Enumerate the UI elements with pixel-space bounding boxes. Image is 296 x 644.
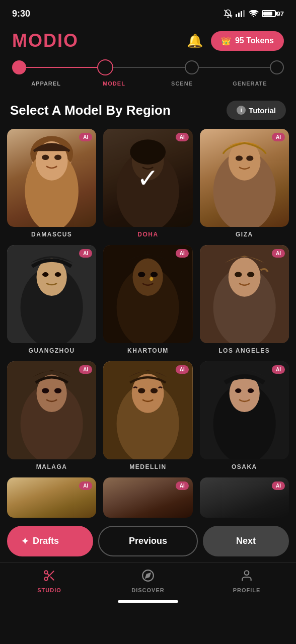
step-dot-model: [97, 59, 113, 75]
step-label-model: MODEL: [80, 80, 148, 87]
svg-point-39: [235, 272, 242, 277]
step-dot-scene: [185, 60, 199, 74]
ai-badge-malaga: AI: [79, 365, 92, 374]
status-bar: 9:30 97: [0, 0, 296, 25]
model-image-damascus[interactable]: AI: [7, 129, 96, 227]
model-image-giza[interactable]: AI: [200, 129, 289, 227]
tab-studio[interactable]: STUDIO: [0, 569, 99, 593]
model-name-losangeles: LOS ANGELES: [218, 347, 270, 354]
ai-badge-osaka: AI: [272, 365, 285, 374]
notification-bell-icon[interactable]: 🔔: [187, 33, 203, 49]
svg-point-38: [228, 258, 260, 297]
model-card-medellin[interactable]: AI MEDELLIN: [103, 361, 192, 470]
svg-rect-1: [236, 14, 237, 17]
model-card-osaka[interactable]: AI OSAKA: [200, 361, 289, 470]
model-image-doha[interactable]: ✓ AI: [103, 129, 192, 227]
step-labels: APPAREL MODEL SCENE GENERATE: [12, 80, 284, 87]
info-icon: i: [237, 106, 246, 115]
ai-badge-giza: AI: [272, 133, 285, 141]
tab-label-profile: PROFILE: [233, 587, 261, 593]
ai-badge-partial2: AI: [176, 481, 189, 490]
partial-card-3[interactable]: AI: [200, 477, 289, 518]
svg-point-44: [42, 388, 49, 393]
model-card-damascus[interactable]: AI DAMASCUS: [7, 129, 96, 238]
svg-point-24: [246, 155, 253, 161]
tutorial-button[interactable]: i Tutorial: [227, 101, 286, 120]
ai-badge-khartoum: AI: [176, 249, 189, 258]
mute-icon: [224, 9, 233, 18]
ai-badge-losangeles: AI: [272, 249, 285, 258]
svg-point-35: [150, 277, 154, 281]
model-name-damascus: DAMASCUS: [31, 231, 72, 238]
tokens-button[interactable]: 👑 95 Tokens: [211, 31, 284, 51]
tokens-label: 95 Tokens: [235, 36, 274, 45]
svg-rect-3: [241, 11, 242, 17]
svg-point-40: [247, 272, 254, 277]
step-dot-apparel: [12, 60, 26, 74]
header-actions: 🔔 👑 95 Tokens: [187, 31, 284, 51]
svg-point-28: [42, 272, 48, 277]
section-header: Select A Model By Region i Tutorial: [0, 97, 296, 129]
crown-icon: 👑: [221, 36, 231, 46]
svg-point-45: [54, 388, 61, 393]
tab-profile[interactable]: PROFILE: [197, 569, 296, 593]
tab-label-discover: DISCOVER: [131, 587, 164, 593]
model-card-doha[interactable]: ✓ AI DOHA: [103, 129, 192, 238]
studio-icon: [43, 569, 56, 585]
model-name-giza: GIZA: [236, 231, 253, 238]
svg-point-54: [235, 388, 241, 393]
battery-percent: 97: [277, 10, 284, 18]
model-name-doha: DOHA: [137, 231, 158, 238]
partial-card-1[interactable]: AI: [7, 477, 96, 518]
drafts-button[interactable]: ✦ Drafts: [7, 526, 93, 556]
ai-badge-damascus: AI: [79, 133, 92, 141]
ai-badge-partial3: AI: [272, 481, 285, 490]
selected-overlay-doha: ✓: [103, 129, 192, 227]
svg-point-12: [54, 154, 61, 160]
model-name-guangzhou: GUANGZHOU: [29, 347, 75, 354]
partial-card-2[interactable]: AI: [103, 477, 192, 518]
profile-icon: [240, 569, 253, 585]
model-card-guangzhou[interactable]: AI GUANGZHOU: [7, 245, 96, 354]
model-image-osaka[interactable]: AI: [200, 361, 289, 459]
section-title: Select A Model By Region: [10, 103, 171, 118]
svg-point-55: [248, 388, 254, 393]
tab-bar: STUDIO DISCOVER PROFILE: [0, 562, 296, 597]
svg-point-49: [138, 388, 145, 393]
model-image-guangzhou[interactable]: AI: [7, 245, 96, 343]
model-image-medellin[interactable]: AI: [103, 361, 192, 459]
step-label-apparel: APPAREL: [12, 80, 80, 87]
svg-line-60: [47, 574, 49, 576]
partial-model-row: AI AI AI: [0, 470, 296, 518]
ai-badge-guangzhou: AI: [79, 249, 92, 258]
ai-badge-doha: AI: [176, 133, 189, 141]
home-indicator: [118, 600, 178, 603]
svg-point-34: [151, 272, 158, 277]
tutorial-label: Tutorial: [249, 106, 276, 115]
checkmark-icon: ✓: [137, 163, 159, 193]
wifi-icon: [249, 10, 259, 17]
status-time: 9:30: [12, 9, 30, 19]
bottom-actions: ✦ Drafts Previous Next: [0, 518, 296, 562]
next-label: Next: [236, 536, 256, 546]
drafts-label: Drafts: [33, 536, 59, 546]
model-image-malaga[interactable]: AI: [7, 361, 96, 459]
model-card-malaga[interactable]: AI MALAGA: [7, 361, 96, 470]
svg-rect-4: [243, 10, 245, 17]
model-name-medellin: MEDELLIN: [129, 463, 166, 470]
model-image-khartoum[interactable]: AI: [103, 245, 192, 343]
model-image-losangeles[interactable]: AI: [200, 245, 289, 343]
progress-steps: APPAREL MODEL SCENE GENERATE: [0, 59, 296, 97]
app-logo: MODIO: [12, 30, 79, 51]
previous-button[interactable]: Previous: [98, 526, 198, 556]
model-card-losangeles[interactable]: AI LOS ANGELES: [200, 245, 289, 354]
svg-point-23: [236, 155, 243, 161]
status-icons: 97: [224, 9, 284, 18]
model-card-giza[interactable]: AI GIZA: [200, 129, 289, 238]
model-card-khartoum[interactable]: AI KHARTOUM: [103, 245, 192, 354]
svg-point-5: [253, 16, 254, 17]
ai-badge-medellin: AI: [176, 365, 189, 374]
signal-icon: [236, 10, 246, 17]
tab-discover[interactable]: DISCOVER: [99, 569, 197, 593]
next-button[interactable]: Next: [203, 526, 289, 556]
